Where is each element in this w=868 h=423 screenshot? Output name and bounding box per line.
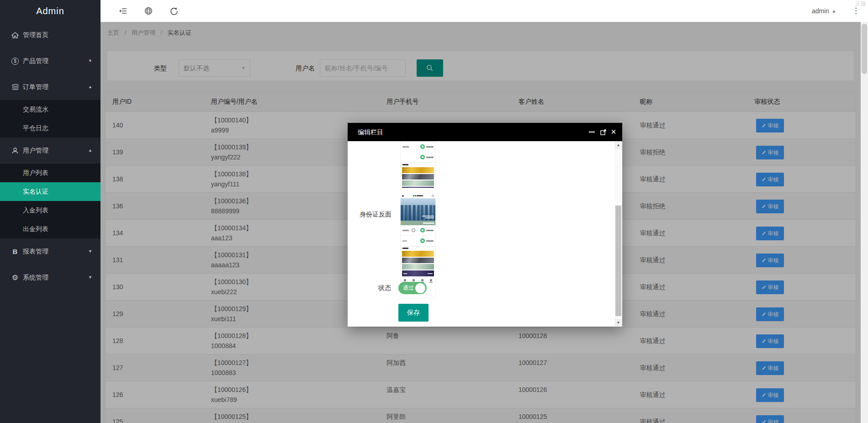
sidebar-item-trade-flow[interactable]: 交易流水 (0, 100, 101, 119)
sidebar-item-reports[interactable]: B 报表管理 ▼ (0, 238, 101, 264)
more-options-icon[interactable]: ⋮ (852, 6, 860, 16)
chevron-down-icon: ▼ (88, 48, 92, 74)
chevron-up-icon: ▲ (88, 137, 92, 164)
chevron-down-icon: ▼ (88, 238, 92, 264)
minimize-icon[interactable] (587, 123, 597, 141)
sidebar-item-close-log[interactable]: 平仓日志 (0, 119, 101, 137)
sidebar-item-system[interactable]: ⚙ 系统管理 ▼ (0, 264, 101, 291)
sidebar-item-users[interactable]: 用户管理 ▲ (0, 137, 101, 164)
city-skyline-photo (401, 198, 435, 221)
page-scrollbar[interactable] (861, 22, 868, 423)
phone-menu-dot (402, 195, 404, 197)
sidebar: Admin 管理首页 $ 产品管理 ▼ 订单管理 ▲ 交易流水 平仓日志 用户管… (0, 0, 101, 423)
chevron-down-icon: ▼ (832, 10, 836, 14)
status-label: 状态 (378, 284, 391, 292)
gear-icon: ⚙ (11, 274, 19, 282)
toggle-on-label: 通过 (403, 282, 414, 294)
app-title: Admin (0, 0, 101, 22)
sidebar-item-label: 报表管理 (23, 248, 48, 255)
sidebar-item-deposit-list[interactable]: 入金列表 (0, 201, 101, 220)
sidebar-item-label: 用户管理 (23, 147, 48, 154)
sidebar-item-label: 订单管理 (23, 83, 48, 90)
sidebar-item-dashboard[interactable]: 管理首页 (0, 22, 101, 48)
refresh-icon[interactable] (169, 6, 179, 16)
topbar: admin▼ ⋮ 正版 (101, 0, 868, 22)
dialog-body: 身份证反面 状态 通过 (348, 141, 622, 327)
collapse-sidebar-icon[interactable] (118, 6, 128, 16)
layers-icon (11, 83, 19, 91)
idcard-front-image[interactable] (400, 141, 436, 188)
dialog-scrollbar[interactable]: ▲ ▼ (614, 141, 622, 327)
save-button[interactable]: 保存 (398, 304, 429, 322)
admin-username: admin (812, 7, 829, 15)
home-icon (11, 31, 19, 39)
dialog-titlebar[interactable]: 编辑栏目 ✕ (348, 123, 622, 141)
edit-dialog: 编辑栏目 ✕ 身份证反面 (348, 123, 622, 327)
toggle-knob (415, 283, 425, 293)
sidebar-item-orders[interactable]: 订单管理 ▲ (0, 74, 101, 100)
orders-submenu: 交易流水 平仓日志 (0, 100, 101, 137)
status-toggle[interactable]: 通过 (398, 282, 427, 294)
sidebar-item-user-list[interactable]: 用户列表 (0, 164, 101, 182)
scroll-up-icon[interactable]: ▲ (614, 141, 622, 149)
dollar-icon: $ (11, 57, 19, 65)
sidebar-item-label: 系统管理 (23, 274, 48, 281)
chevron-up-icon: ▲ (88, 74, 92, 100)
admin-user-menu[interactable]: admin▼ (812, 0, 836, 22)
watermark-text: 正版 (855, 0, 866, 8)
sidebar-item-realname-verify[interactable]: 实名认证 (0, 182, 101, 201)
sidebar-item-products[interactable]: $ 产品管理 ▼ (0, 48, 101, 74)
users-submenu: 用户列表 实名认证 入金列表 出金列表 (0, 164, 101, 238)
idcard-back-label: 身份证反面 (360, 211, 392, 219)
dialog-scrollbar-thumb[interactable] (615, 206, 621, 316)
close-icon[interactable]: ✕ (609, 123, 619, 141)
maximize-icon[interactable] (598, 123, 608, 141)
dialog-title: 编辑栏目 (358, 128, 383, 136)
phone-search-icon (432, 195, 434, 197)
user-icon (11, 147, 19, 155)
chevron-down-icon: ▼ (88, 264, 92, 291)
sidebar-item-label: 产品管理 (23, 57, 48, 64)
report-b-icon: B (11, 248, 19, 256)
page-scrollbar-thumb[interactable] (862, 24, 867, 74)
sidebar-item-label: 管理首页 (23, 31, 48, 38)
website-globe-icon[interactable] (143, 6, 153, 16)
sidebar-item-withdraw-list[interactable]: 出金列表 (0, 220, 101, 238)
scroll-down-icon[interactable]: ▼ (614, 319, 622, 327)
